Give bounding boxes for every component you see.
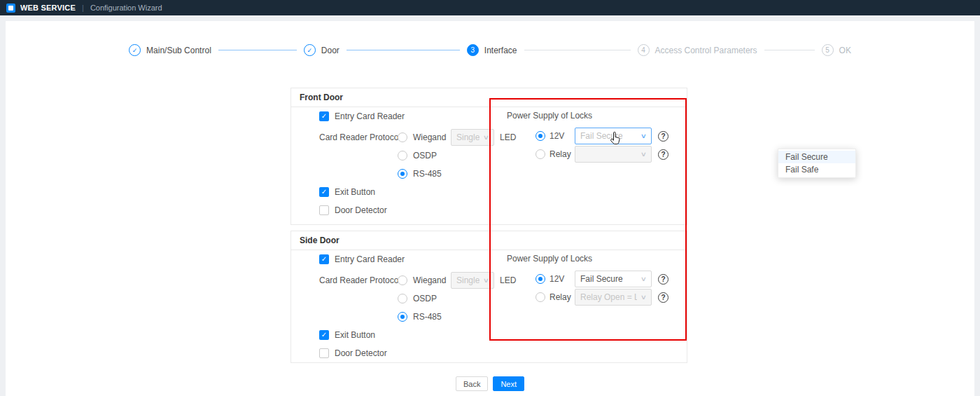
power-relay-option[interactable]: Relay Relay Open = Locked ∨ ? [536,288,668,306]
osdp-label: OSDP [413,294,437,303]
step-access-control-parameters: 4 Access Control Parameters [638,44,757,56]
help-icon[interactable]: ? [658,274,668,285]
wiegand-mode-select[interactable]: Single ∨ [451,272,494,289]
chevron-down-icon: ∨ [640,132,647,139]
stepper-connector [764,50,815,50]
exit-button-label: Exit Button [335,187,375,197]
radio-unselected-icon[interactable] [536,292,545,302]
page-title: Configuration Wizard [90,4,162,12]
relay-mode-select[interactable]: ∨ [575,146,652,163]
lock-mode-dropdown: Fail Secure Fail Safe [778,149,856,178]
help-icon[interactable]: ? [658,149,668,160]
front-door-panel: Front Door ✓ Entry Card Reader Card Read… [290,88,687,225]
select-value: Single [456,132,479,142]
step-door: ✓ Door [304,44,340,56]
chevron-down-icon: ∨ [640,275,647,282]
radio-unselected-icon[interactable] [398,294,407,303]
rs485-option[interactable]: RS-485 [398,308,516,326]
wiegand-label: Wiegand [413,275,445,285]
reader-settings-column: ✓ Entry Card Reader Card Reader Protocol… [319,111,516,215]
rs485-label: RS-485 [413,312,442,322]
reader-settings-column: ✓ Entry Card Reader Card Reader Protocol… [319,254,516,358]
panel-body: ✓ Entry Card Reader Card Reader Protocol… [291,107,687,224]
radio-selected-icon[interactable] [398,312,407,322]
panel-body: ✓ Entry Card Reader Card Reader Protocol… [291,250,687,362]
panel-title: Front Door [291,88,687,107]
wizard-stepper: ✓ Main/Sub Control ✓ Door 3 Interface 4 … [0,44,980,56]
radio-selected-icon[interactable] [398,169,407,179]
door-detector-checkbox[interactable]: Door Detector [319,205,516,215]
power-relay-label: Relay [550,292,570,302]
panel-title: Side Door [291,231,687,250]
step-label: Interface [484,46,517,55]
step-ok: 5 OK [822,44,851,56]
relay-mode-select[interactable]: Relay Open = Locked ∨ [575,289,652,306]
entry-card-reader-label: Entry Card Reader [335,254,405,264]
dropdown-option-fail-secure[interactable]: Fail Secure [778,151,855,163]
wizard-footer: Back Next [0,376,980,391]
step-done-check-icon: ✓ [129,44,141,56]
next-button[interactable]: Next [493,376,524,391]
lock-mode-select[interactable]: Fail Secure ∨ [575,271,652,287]
dropdown-option-fail-safe[interactable]: Fail Safe [778,163,855,176]
rs485-option[interactable]: RS-485 [398,165,516,183]
checkbox-checked-icon[interactable]: ✓ [319,187,329,197]
radio-unselected-icon[interactable] [398,275,407,285]
card-reader-protocol-label: Card Reader Protocol [319,128,398,183]
exit-button-checkbox[interactable]: ✓ Exit Button [319,330,516,340]
checkbox-checked-icon[interactable]: ✓ [319,254,329,264]
step-label: Access Control Parameters [655,46,757,55]
step-main-sub-control: ✓ Main/Sub Control [129,44,211,56]
lock-mode-select[interactable]: Fail Secure ∨ [575,128,652,144]
entry-card-reader-checkbox[interactable]: ✓ Entry Card Reader [319,254,516,264]
door-detector-label: Door Detector [335,205,387,215]
step-number-badge: 4 [638,44,650,56]
top-bar: WEB SERVICE | Configuration Wizard [0,0,980,15]
entry-card-reader-label: Entry Card Reader [335,111,405,121]
wiegand-label: Wiegand [413,132,445,142]
power-12v-label: 12V [550,274,570,284]
door-detector-checkbox[interactable]: Door Detector [319,348,516,358]
brand-logo-icon [6,4,15,13]
help-icon[interactable]: ? [658,131,668,142]
power-relay-label: Relay [550,149,570,159]
chevron-down-icon: ∨ [640,294,647,301]
brand-name: WEB SERVICE [20,4,76,12]
step-done-check-icon: ✓ [304,44,316,56]
back-button[interactable]: Back [456,376,488,391]
radio-unselected-icon[interactable] [398,132,407,142]
power-relay-option[interactable]: Relay ∨ ? [536,145,668,163]
configuration-wizard-screen: WEB SERVICE | Configuration Wizard ✓ Mai… [0,0,980,396]
power-supply-column: Power Supply of Locks 12V Fail Secure ∨ … [495,111,668,163]
card-reader-protocol-group: Card Reader Protocol Wiegand Single ∨ LE… [319,271,516,326]
chevron-down-icon: ∨ [483,134,489,141]
select-value: Fail Secure [580,274,623,284]
radio-unselected-icon[interactable] [536,149,545,159]
stepper-connector [346,50,460,50]
brand-logo-glyph [8,6,13,11]
chevron-down-icon: ∨ [640,151,647,158]
radio-selected-icon[interactable] [536,131,545,141]
door-detector-label: Door Detector [335,348,387,358]
exit-button-checkbox[interactable]: ✓ Exit Button [319,187,516,197]
select-value: Fail Secure [580,131,623,141]
checkbox-unchecked-icon[interactable] [319,348,329,358]
radio-unselected-icon[interactable] [398,151,407,161]
rs485-label: RS-485 [413,169,442,179]
help-icon[interactable]: ? [658,292,668,303]
entry-card-reader-checkbox[interactable]: ✓ Entry Card Reader [319,111,516,121]
step-number-badge: 3 [467,44,479,56]
checkbox-checked-icon[interactable]: ✓ [319,111,329,121]
select-value: Single [456,275,479,285]
power-12v-option[interactable]: 12V Fail Secure ∨ ? [536,127,668,145]
power-12v-option[interactable]: 12V Fail Secure ∨ ? [536,270,668,288]
side-door-panel: Side Door ✓ Entry Card Reader Card Reade… [290,231,687,363]
step-label: Main/Sub Control [146,46,211,55]
wiegand-mode-select[interactable]: Single ∨ [451,129,494,146]
checkbox-unchecked-icon[interactable] [319,205,329,215]
radio-selected-icon[interactable] [536,274,545,284]
osdp-label: OSDP [413,151,437,161]
step-label: OK [839,46,851,55]
card-reader-protocol-group: Card Reader Protocol Wiegand Single ∨ LE… [319,128,516,183]
checkbox-checked-icon[interactable]: ✓ [319,330,329,340]
